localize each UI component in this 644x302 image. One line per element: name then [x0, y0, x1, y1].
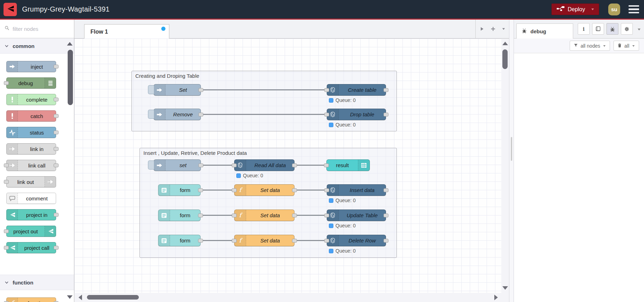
flow-node-set[interactable]: set: [154, 159, 201, 171]
palette-node-comment[interactable]: comment: [6, 193, 56, 204]
flow-node-delete-row[interactable]: Delete Row: [327, 235, 386, 246]
input-port[interactable]: [324, 112, 329, 116]
output-port[interactable]: [54, 164, 59, 167]
flow-node-remove[interactable]: Remove: [154, 109, 201, 120]
input-port[interactable]: [4, 229, 9, 233]
input-port[interactable]: [232, 188, 237, 192]
output-port[interactable]: [54, 65, 59, 69]
flow-node-set-data[interactable]: fSet data: [234, 184, 294, 196]
add-flow-icon[interactable]: [490, 26, 496, 32]
output-port[interactable]: [54, 131, 59, 135]
input-port[interactable]: [4, 180, 9, 184]
flow-group[interactable]: Creating and Droping Table: [131, 71, 397, 131]
wire[interactable]: [294, 215, 327, 216]
palette-scrollbar-thumb[interactable]: [68, 50, 73, 105]
output-port[interactable]: [198, 112, 203, 116]
deploy-button[interactable]: Deploy: [551, 4, 599, 15]
input-port[interactable]: [324, 188, 329, 192]
flow-node-result[interactable]: result: [326, 159, 370, 171]
user-avatar[interactable]: su: [608, 4, 620, 15]
output-port[interactable]: [54, 114, 59, 118]
canvas-scroll-up[interactable]: [502, 42, 508, 45]
input-port[interactable]: [324, 163, 329, 167]
palette-node-complete[interactable]: complete: [6, 94, 56, 105]
input-port[interactable]: [4, 164, 9, 167]
output-port[interactable]: [198, 163, 203, 167]
output-port[interactable]: [198, 88, 203, 92]
flow-node-drop-table[interactable]: Drop table: [327, 109, 386, 120]
flow-node-create-table[interactable]: Create table: [327, 84, 386, 96]
output-port[interactable]: [384, 213, 388, 217]
palette-scroll-up[interactable]: [67, 42, 73, 46]
input-port[interactable]: [4, 81, 9, 85]
palette-node-link-in[interactable]: link in: [6, 143, 56, 155]
wire[interactable]: [201, 215, 234, 216]
wire[interactable]: [294, 165, 326, 166]
output-port[interactable]: [54, 147, 59, 151]
output-port[interactable]: [198, 213, 203, 217]
flow-node-read-all-data[interactable]: Read All data: [234, 159, 294, 171]
flow-node-form[interactable]: form: [158, 184, 201, 196]
filter-nodes-input[interactable]: [13, 26, 70, 32]
inject-button[interactable]: [148, 160, 154, 170]
output-port[interactable]: [54, 98, 59, 102]
sidebar-splitter[interactable]: [509, 20, 514, 302]
sidebar-tab-debug[interactable]: debug: [516, 23, 573, 39]
deploy-options-caret[interactable]: [589, 6, 599, 13]
canvas-scroll-down[interactable]: [502, 286, 508, 290]
flow-node-set[interactable]: Set: [154, 84, 201, 96]
sidebar-tool-help[interactable]: [592, 23, 604, 35]
palette-scroll-down[interactable]: [67, 295, 73, 299]
wire[interactable]: [201, 89, 327, 90]
wire[interactable]: [201, 190, 234, 191]
flow-node-form[interactable]: form: [158, 210, 201, 221]
output-port[interactable]: [292, 213, 297, 217]
palette-node-project-out[interactable]: project out: [6, 226, 56, 237]
palette-node-inject[interactable]: inject: [6, 61, 56, 72]
palette-node-function[interactable]: ffunction: [6, 297, 56, 302]
sidebar-tool-info[interactable]: i: [578, 23, 590, 35]
splitter-handle[interactable]: [511, 137, 512, 161]
flow-node-set-data[interactable]: fSet data: [234, 235, 294, 246]
inject-button[interactable]: [148, 85, 154, 94]
output-port[interactable]: [54, 246, 59, 250]
palette-node-debug[interactable]: debug: [6, 77, 56, 89]
canvas-hscroll-thumb[interactable]: [87, 295, 139, 300]
output-port[interactable]: [384, 239, 388, 242]
wire[interactable]: [201, 165, 234, 166]
open-flow-icon[interactable]: [479, 26, 484, 32]
output-port[interactable]: [292, 163, 297, 167]
input-port[interactable]: [324, 88, 329, 92]
flow-node-set-data[interactable]: fSet data: [234, 210, 294, 221]
output-port[interactable]: [292, 239, 297, 242]
flow-list-caret-icon[interactable]: [502, 27, 506, 31]
palette-node-link-call[interactable]: link call: [6, 160, 56, 171]
flow-node-form[interactable]: form: [158, 235, 201, 246]
input-port[interactable]: [232, 163, 237, 167]
output-port[interactable]: [384, 112, 388, 116]
output-port[interactable]: [384, 188, 388, 192]
main-menu-icon[interactable]: [629, 5, 639, 14]
sidebar-tool-debug[interactable]: [606, 23, 618, 35]
input-port[interactable]: [232, 213, 237, 217]
flow-canvas[interactable]: Creating and Droping TableInsert , Updat…: [74, 39, 501, 293]
canvas-scroll-left[interactable]: [79, 295, 82, 300]
canvas-scroll-right[interactable]: [494, 295, 498, 300]
wire[interactable]: [294, 240, 327, 241]
output-port[interactable]: [54, 213, 59, 217]
flow-node-update-table[interactable]: Update Table: [327, 210, 386, 221]
palette-node-catch[interactable]: catch: [6, 110, 56, 122]
canvas-vscroll-thumb[interactable]: [502, 49, 508, 69]
input-port[interactable]: [324, 239, 329, 242]
sidebar-options-caret[interactable]: [637, 27, 641, 33]
input-port[interactable]: [232, 239, 237, 242]
output-port[interactable]: [198, 239, 203, 242]
palette-category-function[interactable]: function: [0, 275, 74, 290]
wire[interactable]: [294, 190, 327, 191]
output-port[interactable]: [198, 188, 203, 192]
output-port[interactable]: [384, 88, 388, 92]
debug-clear-button[interactable]: all: [614, 41, 639, 51]
output-port[interactable]: [292, 188, 297, 192]
input-port[interactable]: [4, 246, 9, 250]
inject-button[interactable]: [148, 110, 154, 119]
